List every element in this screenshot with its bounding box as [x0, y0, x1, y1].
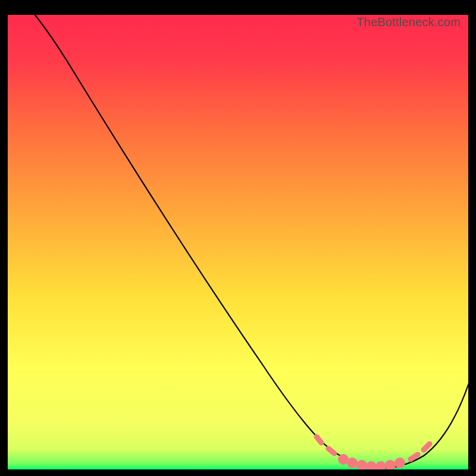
- attribution-text: TheBottleneck.com: [356, 15, 461, 29]
- svg-point-2: [341, 457, 346, 462]
- svg-line-1: [328, 449, 334, 453]
- svg-point-7: [388, 463, 393, 468]
- svg-point-4: [359, 463, 365, 468]
- svg-point-3: [350, 461, 355, 466]
- svg-point-5: [369, 464, 374, 469]
- gradient-background: [7, 14, 469, 470]
- svg-point-8: [397, 461, 403, 466]
- bottleneck-chart: [7, 14, 469, 470]
- svg-line-0: [317, 437, 321, 443]
- chart-frame: TheBottleneck.com: [7, 14, 469, 470]
- svg-point-6: [378, 464, 384, 469]
